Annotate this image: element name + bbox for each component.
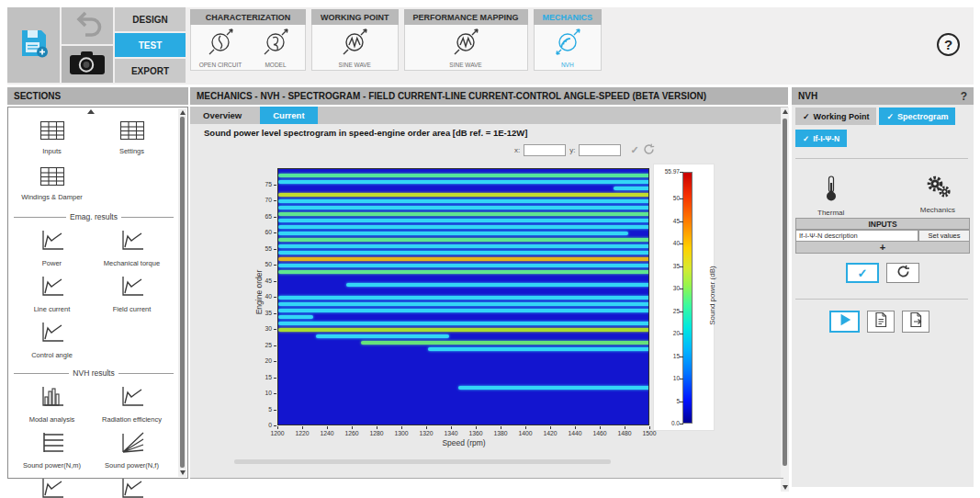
section-item-modal-analysis[interactable]: Modal analysis <box>12 381 92 427</box>
sections-scrollbar[interactable] <box>178 108 186 477</box>
export-report-button[interactable] <box>867 311 895 333</box>
scroll-up-arrow-icon[interactable] <box>783 109 788 114</box>
sections-list: InputsSettingsWindings & DamperEmag. res… <box>7 107 188 479</box>
scroll-up-arrow-icon[interactable] <box>180 110 186 115</box>
test-model-button[interactable]: MODEL <box>250 27 301 68</box>
x-tick-mark <box>277 426 278 429</box>
spectrogram-stripe-order-50 <box>278 264 649 267</box>
save-button[interactable] <box>7 7 60 83</box>
y-tick-mark <box>274 378 276 379</box>
result-title-bar: MECHANICS - NVH - SPECTROGRAM - FIELD CU… <box>190 87 788 105</box>
tab-current[interactable]: Current <box>260 107 317 124</box>
tool-mechanics[interactable]: Mechanics <box>920 175 955 217</box>
input-description-field[interactable]: If-I-Ψ-N description <box>795 230 918 242</box>
app-window: DESIGN TEST EXPORT CHARACTERIZATIONOPEN … <box>0 0 980 498</box>
y-axis-label: Engine order <box>254 246 264 338</box>
tab-working-point[interactable]: ✓Working Point <box>795 108 876 125</box>
spectrogram-stripe-order-36 <box>278 309 649 312</box>
x-tick-label: 1360 <box>464 430 488 436</box>
x-tick-label: 1420 <box>538 430 562 436</box>
x-tick-label: 1260 <box>340 430 364 436</box>
set-values-button[interactable]: Set values <box>918 230 970 242</box>
screenshot-button[interactable] <box>62 46 113 83</box>
section-item-sound-power-n-m[interactable]: Sound power(N,m) <box>12 427 92 473</box>
nvh-panel-title: NVH <box>798 91 817 101</box>
reset-coords-icon[interactable] <box>643 143 655 157</box>
nvh-icon <box>553 27 582 60</box>
model-icon <box>261 27 290 60</box>
y-tick-mark <box>274 281 276 282</box>
colorbar-tick-mark <box>680 172 683 173</box>
subtab-label: If-I-Ψ-N <box>813 134 839 143</box>
section-item-field-current[interactable]: Field current <box>92 271 172 317</box>
help-button[interactable]: ? <box>937 33 960 56</box>
horizontal-scrollbar-thumb[interactable] <box>234 459 611 464</box>
section-item-inputs[interactable]: Inputs <box>12 115 92 161</box>
run-test-button[interactable] <box>829 311 860 333</box>
colorbar-tick-mark <box>680 311 683 312</box>
x-tick-label: 1380 <box>489 430 513 436</box>
export-data-button[interactable] <box>902 311 929 333</box>
test-sine-wave-button[interactable]: SINE WAVE <box>329 27 380 68</box>
test-button-label: SINE WAVE <box>339 62 371 68</box>
main-scrollbar-thumb[interactable] <box>783 119 787 466</box>
test-mode-button[interactable]: TEST <box>115 33 186 57</box>
section-item-power[interactable]: Power <box>12 225 92 271</box>
check-icon: ✓ <box>858 266 868 280</box>
apply-button[interactable]: ✓ <box>846 263 879 283</box>
x-tick-label: 1240 <box>315 430 339 436</box>
tab-overview[interactable]: Overview <box>190 107 254 124</box>
colorbar-tick-mark <box>680 402 683 402</box>
x-tick-mark <box>401 426 402 429</box>
y-tick-label: 55 <box>253 245 272 252</box>
x-tick-mark <box>451 426 452 429</box>
sections-scrollbar-thumb[interactable] <box>180 117 185 468</box>
section-item-control-angle[interactable]: Control angle <box>12 317 92 363</box>
main-horizontal-scrollbar[interactable] <box>190 458 781 465</box>
add-input-button[interactable]: + <box>795 242 970 254</box>
toolbar-group-label-mechanics: MECHANICS <box>534 9 603 25</box>
section-item-oa-sound-power[interactable]: OA sound power <box>92 473 172 498</box>
export-mode-button[interactable]: EXPORT <box>115 59 186 83</box>
apply-coords-icon[interactable]: ✓ <box>630 144 638 156</box>
x-coord-label: x: <box>514 146 520 154</box>
x-tick-mark <box>302 426 303 429</box>
design-mode-button[interactable]: DESIGN <box>115 7 186 31</box>
section-item-sound-power-n-m[interactable]: Sound power(N,m) <box>12 473 92 498</box>
section-item-settings[interactable]: Settings <box>92 115 172 161</box>
colorbar-tick-mark <box>680 334 683 334</box>
section-item-label: Sound power(N,f) <box>105 461 159 470</box>
x-coord-input[interactable] <box>524 144 566 156</box>
reset-button[interactable] <box>886 263 919 283</box>
section-item-mechanical-torque[interactable]: Mechanical torque <box>92 225 172 271</box>
y-tick-mark <box>274 361 276 362</box>
section-item-windings-damper[interactable]: Windings & Damper <box>12 161 92 207</box>
colorbar-tick-label: 40 <box>654 240 680 246</box>
test-sine-wave-button[interactable]: SINE WAVE <box>440 27 491 68</box>
main-scrollbar[interactable] <box>781 108 789 492</box>
test-nvh-button[interactable]: NVH <box>542 27 593 68</box>
test-button-label: SINE WAVE <box>449 62 481 68</box>
tab-spectrogram[interactable]: ✓Spectrogram <box>879 108 955 125</box>
test-open-circuit-button[interactable]: OPEN CIRCUIT <box>195 27 246 68</box>
tool-thermal[interactable]: Thermal <box>817 175 844 217</box>
colorbar-tick-label: 50 <box>654 195 680 201</box>
toolbar-group-characterization: CHARACTERIZATIONOPEN CIRCUITMODEL <box>190 9 306 71</box>
line-icon <box>39 229 65 256</box>
y-coord-input[interactable] <box>579 144 621 156</box>
section-item-line-current[interactable]: Line current <box>12 271 92 317</box>
y-tick-mark <box>274 249 276 250</box>
scroll-down-arrow-icon[interactable] <box>180 470 186 475</box>
spectrogram-stripe-order-38 <box>278 302 649 306</box>
section-item-sound-power-n-f[interactable]: Sound power(N,f) <box>92 427 172 473</box>
play-icon <box>838 312 852 331</box>
undo-button[interactable] <box>62 7 113 44</box>
nvh-help-icon[interactable]: ? <box>961 90 967 103</box>
tab-if-i-psi-n[interactable]: ✓If-I-Ψ-N <box>795 130 847 147</box>
gears-icon <box>923 175 952 203</box>
spectrogram-plot[interactable] <box>277 168 649 425</box>
y-tick-label: 45 <box>253 277 272 284</box>
section-item-radiation-efficiency[interactable]: Radiation efficiency <box>92 381 172 427</box>
open-circuit-icon <box>206 27 235 60</box>
scroll-down-arrow-icon[interactable] <box>783 485 788 490</box>
